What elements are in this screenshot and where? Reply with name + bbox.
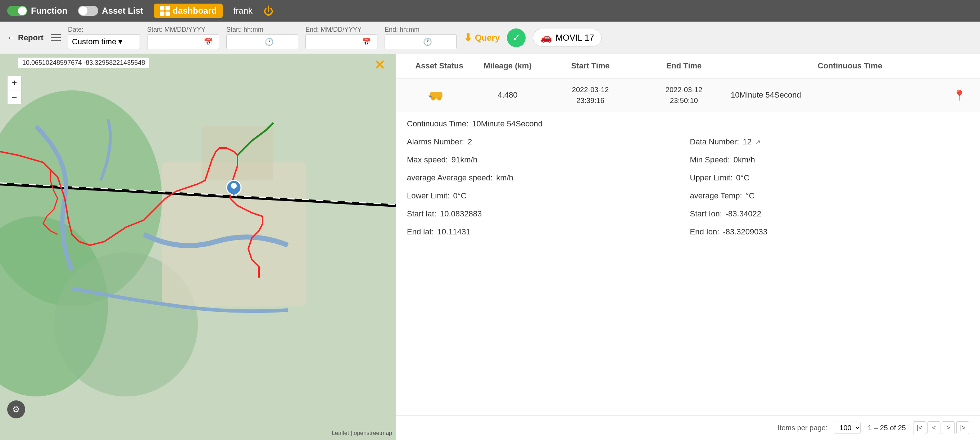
menu-button[interactable]	[51, 34, 61, 41]
continuous-time-detail: Continuous Time: 10Minute 54Second	[407, 119, 969, 129]
items-per-page-select[interactable]: 100 50 25	[835, 422, 861, 434]
end-lon-label: End Ion:	[690, 227, 719, 237]
last-page-button[interactable]: |>	[956, 421, 969, 434]
map-zoom-controls: + −	[7, 76, 22, 104]
map-attribution: Leaflet | openstreetmap	[332, 430, 392, 437]
lower-limit-label: Lower Limit:	[407, 191, 450, 201]
min-speed-item: Min Speed: 0km/h	[690, 155, 970, 164]
end-time-input[interactable]: 15:35	[388, 37, 421, 46]
min-speed-label: Min Speed:	[690, 155, 730, 164]
end-date-input[interactable]: 3/13/2022	[309, 37, 360, 46]
start-time-input[interactable]: 00:00	[230, 37, 262, 46]
upper-limit-label: Upper Limit:	[690, 173, 733, 183]
data-number-item: Data Number: 12 ↗	[690, 137, 970, 147]
end-lat-value: 10.11431	[438, 227, 471, 237]
mileage-cell: 4.480	[472, 90, 544, 100]
function-label: Function	[31, 6, 67, 16]
end-date-group: End: MM/DD/YYYY 3/13/2022 📅	[305, 26, 377, 49]
start-lat-value: 10.0832883	[440, 209, 482, 218]
start-time-input-wrap[interactable]: 00:00 🕐	[226, 34, 298, 49]
settings-button[interactable]: ⚙	[7, 400, 25, 418]
end-datetime-cell: 2022-03-12 23:50:10	[637, 84, 731, 106]
pagination: Items per page: 100 50 25 1 – 25 of 25 |…	[396, 415, 980, 440]
min-speed-value: 0km/h	[733, 155, 755, 164]
start-date-label: Start: MM/DD/YYYY	[147, 26, 219, 33]
end-lat-item: End lat: 10.11431	[407, 227, 686, 237]
date-label: Date:	[68, 26, 140, 33]
back-button[interactable]: ← Report	[7, 33, 43, 43]
page-navigation: |< < > |>	[913, 421, 969, 434]
query-button[interactable]: ⬇ Query	[464, 32, 500, 43]
end-clock-icon: 🕐	[423, 37, 432, 46]
data-number-value: 12	[743, 137, 751, 147]
back-label: Report	[18, 33, 43, 43]
toolbar: ← Report Date: Custom time ▾ Start: MM/D…	[0, 22, 980, 54]
asset-list-label: Asset List	[102, 6, 143, 16]
end-lon-item: End Ion: -83.3209033	[690, 227, 970, 237]
svg-point-10	[231, 183, 237, 189]
continuous-time-label: Continuous Time:	[407, 119, 468, 129]
power-icon[interactable]: ⏻	[263, 5, 274, 17]
start-date-input-wrap[interactable]: 3/12/2022 📅	[147, 34, 219, 49]
external-link-icon[interactable]: ↗	[755, 138, 760, 146]
check-circle: ✓	[507, 29, 526, 47]
upper-limit-value: 0°C	[736, 173, 749, 183]
first-page-button[interactable]: |<	[913, 421, 926, 434]
date-select-wrap[interactable]: Custom time ▾	[68, 34, 140, 49]
start-date-input[interactable]: 3/12/2022	[151, 37, 202, 46]
end-date-input-wrap[interactable]: 3/13/2022 📅	[305, 34, 377, 49]
table-row[interactable]: 4.480 2022-03-12 23:39:16 2022-03-12 23:…	[396, 78, 980, 112]
function-toggle-wrap: Function	[7, 6, 67, 16]
calendar-icon: 📅	[204, 37, 213, 46]
dashboard-nav-item[interactable]: dashboard	[154, 3, 223, 18]
svg-rect-14	[429, 94, 433, 94]
lower-limit-item: Lower Limit: 0°C	[407, 191, 686, 201]
lower-temp-row: Lower Limit: 0°C average Temp: °C	[407, 191, 969, 201]
dashboard-label: dashboard	[173, 6, 217, 16]
detail-panel: Continuous Time: 10Minute 54Second Alarm…	[396, 112, 980, 415]
start-lon-item: Start Ion: -83.34022	[690, 209, 970, 218]
end-date-label: End: MM/DD/YYYY	[305, 26, 377, 33]
map-close-button[interactable]: ✕	[374, 57, 385, 73]
th-end-time: End Time	[637, 61, 731, 70]
right-panel: Asset Status Mileage (km) Start Time End…	[396, 54, 980, 440]
prev-page-button[interactable]: <	[928, 421, 940, 434]
start-datetime-cell: 2022-03-12 23:39:16	[544, 84, 637, 106]
data-number-label: Data Number:	[690, 137, 739, 147]
svg-point-13	[438, 97, 441, 100]
start-lon-label: Start Ion:	[690, 209, 722, 218]
user-label: frank	[234, 6, 253, 16]
svg-rect-15	[428, 95, 431, 96]
max-speed-label: Max speed:	[407, 155, 448, 164]
end-time-input-wrap[interactable]: 15:35 🕐	[385, 34, 457, 49]
max-speed-item: Max speed: 91km/h	[407, 155, 686, 164]
chevron-down-icon: ▾	[118, 37, 123, 46]
main-content: 10.06510248597674 -83.32958221435548 ✕ +…	[0, 54, 980, 440]
zoom-in-button[interactable]: +	[7, 76, 22, 90]
function-toggle[interactable]	[7, 6, 27, 16]
items-per-page-label: Items per page:	[778, 424, 827, 432]
avg-speed-value: km/h	[496, 173, 513, 183]
clock-icon: 🕐	[265, 37, 274, 46]
start-lat-item: Start lat: 10.0832883	[407, 209, 686, 218]
download-icon: ⬇	[464, 32, 472, 43]
avg-temp-value: °C	[746, 191, 755, 201]
end-lon-value: -83.3209033	[723, 227, 767, 237]
back-arrow-icon: ←	[7, 33, 15, 43]
asset-toggle[interactable]	[78, 6, 98, 16]
query-label: Query	[475, 33, 500, 43]
continuous-time-cell: 10Minute 54Second 📍	[731, 89, 969, 101]
asset-status-icon	[407, 88, 472, 102]
end-lat-label: End lat:	[407, 227, 434, 237]
max-speed-value: 91km/h	[452, 155, 477, 164]
map-coordinates: 10.06510248597674 -83.32958221435548	[18, 57, 149, 68]
date-value: Custom time	[72, 37, 116, 46]
zoom-out-button[interactable]: −	[7, 90, 22, 104]
asset-toggle-wrap: Asset List	[78, 6, 143, 16]
vehicle-selector[interactable]: 🚗 MOVIL 17	[533, 29, 601, 46]
next-page-button[interactable]: >	[942, 421, 955, 434]
avg-temp-label: average Temp:	[690, 191, 742, 201]
start-time-label: Start: hh:mm	[226, 26, 298, 33]
pin-icon[interactable]: 📍	[953, 89, 969, 101]
vehicle-label: MOVIL 17	[555, 33, 594, 43]
